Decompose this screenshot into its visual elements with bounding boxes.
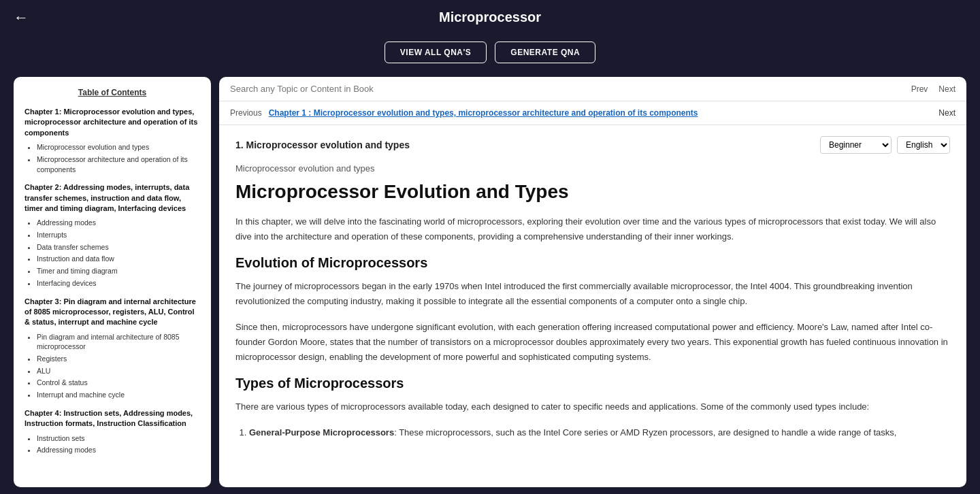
list-item[interactable]: Addressing modes — [37, 445, 200, 455]
sidebar: Table of Contents Chapter 1: Microproces… — [14, 77, 211, 487]
action-bar: VIEW ALL QNA'S GENERATE QNA — [0, 35, 980, 70]
article-title: Microprocessor Evolution and Types — [235, 180, 950, 203]
list-item: General-Purpose Microprocessors: These m… — [249, 425, 950, 440]
chapter-nav: Previous Chapter 1 : Microprocessor evol… — [219, 101, 966, 125]
evolution-heading: Evolution of Microprocessors — [235, 255, 950, 271]
dropdowns: Beginner Intermediate Advanced English H… — [820, 136, 950, 154]
list-item[interactable]: Pin diagram and internal architecture of… — [37, 332, 200, 352]
language-dropdown[interactable]: English Hindi Tamil — [897, 136, 950, 154]
chapter-title: Chapter 4: Instruction sets, Addressing … — [24, 408, 200, 429]
page-title: Microprocessor — [439, 10, 541, 25]
list-item[interactable]: Addressing modes — [37, 218, 200, 228]
main-layout: Table of Contents Chapter 1: Microproces… — [0, 70, 980, 494]
list-item[interactable]: Control & status — [37, 378, 200, 388]
types-heading: Types of Microprocessors — [235, 376, 950, 391]
section-label: 1. Microprocessor evolution and types — [235, 139, 410, 150]
search-bar: Prev Next — [219, 77, 966, 101]
search-nav: Prev Next — [911, 84, 956, 94]
breadcrumb: Microprocessor evolution and types — [235, 163, 950, 174]
list-item[interactable]: Interfacing devices — [37, 278, 200, 289]
chapter-link[interactable]: Chapter 1 : Microprocessor evolution and… — [269, 108, 932, 118]
list-item[interactable]: Interrupt and machine cycle — [37, 390, 200, 400]
list-item[interactable]: ALU — [37, 366, 200, 376]
intro-paragraph: In this chapter, we will delve into the … — [235, 214, 950, 244]
list-item[interactable]: Microprocessor architecture and operatio… — [37, 154, 200, 174]
header: ← Microprocessor — [0, 0, 980, 35]
chapter-title: Chapter 3: Pin diagram and internal arch… — [24, 297, 200, 328]
search-prev[interactable]: Prev — [911, 84, 928, 94]
chapter-items: Addressing modesInterruptsData transfer … — [24, 218, 200, 288]
chapter-next-link[interactable]: Next — [938, 108, 956, 118]
chapter-title: Chapter 1: Microprocessor evolution and … — [24, 107, 200, 138]
section-header: 1. Microprocessor evolution and types Be… — [235, 136, 950, 154]
list-item[interactable]: Instruction and data flow — [37, 254, 200, 264]
back-icon: ← — [14, 9, 29, 26]
list-item[interactable]: Timer and timing diagram — [37, 266, 200, 276]
content-pane: Prev Next Previous Chapter 1 : Microproc… — [219, 77, 966, 487]
search-next[interactable]: Next — [938, 84, 956, 94]
chapter-items: Instruction setsAddressing modes — [24, 433, 200, 455]
content-body: 1. Microprocessor evolution and types Be… — [219, 125, 966, 487]
chapter-items: Microprocessor evolution and typesMicrop… — [24, 142, 200, 174]
types-intro: There are various types of microprocesso… — [235, 399, 950, 414]
back-button[interactable]: ← — [14, 9, 29, 27]
view-qna-button[interactable]: VIEW ALL QNA'S — [385, 42, 487, 63]
list-item[interactable]: Registers — [37, 354, 200, 364]
list-item[interactable]: Interrupts — [37, 230, 200, 240]
search-input[interactable] — [230, 84, 911, 94]
generate-qna-button[interactable]: GENERATE QNA — [495, 42, 595, 63]
list-item[interactable]: Microprocessor evolution and types — [37, 142, 200, 152]
chapter-title: Chapter 2: Addressing modes, interrupts,… — [24, 182, 200, 214]
evolution-para-1: The journey of microprocessors began in … — [235, 279, 950, 309]
list-item[interactable]: Data transfer schemes — [37, 242, 200, 252]
chapter-prev-link[interactable]: Previous — [230, 108, 262, 118]
toc-title: Table of Contents — [24, 88, 200, 97]
difficulty-dropdown[interactable]: Beginner Intermediate Advanced — [820, 136, 892, 154]
chapter-items: Pin diagram and internal architecture of… — [24, 332, 200, 400]
types-list: General-Purpose Microprocessors: These m… — [235, 425, 950, 440]
evolution-para-2: Since then, microprocessors have undergo… — [235, 320, 950, 365]
list-item[interactable]: Instruction sets — [37, 433, 200, 444]
